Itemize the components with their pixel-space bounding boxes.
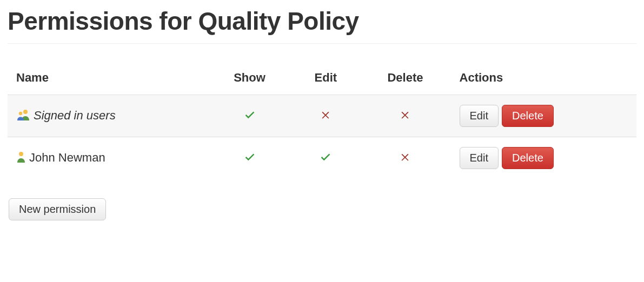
cross-icon xyxy=(400,151,410,162)
col-header-actions: Actions xyxy=(451,63,636,95)
svg-point-1 xyxy=(19,111,22,115)
divider xyxy=(8,43,636,44)
cell-actions: EditDelete xyxy=(451,95,636,137)
cross-icon xyxy=(320,109,331,120)
row-name: John Newman xyxy=(29,151,105,165)
cross-icon xyxy=(400,109,410,120)
permissions-table: Name Show Edit Delete Actions Signed in … xyxy=(8,63,636,179)
new-permission-button[interactable]: New permission xyxy=(9,198,106,220)
cell-actions: EditDelete xyxy=(451,137,636,179)
edit-button[interactable]: Edit xyxy=(460,105,499,127)
cell-edit xyxy=(291,95,360,137)
col-header-show: Show xyxy=(208,63,291,95)
group-icon xyxy=(16,109,30,124)
svg-point-2 xyxy=(19,152,23,156)
delete-button[interactable]: Delete xyxy=(502,105,554,127)
col-header-name: Name xyxy=(8,63,208,95)
page-title: Permissions for Quality Policy xyxy=(8,6,636,36)
svg-point-0 xyxy=(23,110,28,114)
check-icon xyxy=(244,109,256,120)
cell-del xyxy=(360,95,450,137)
cell-show xyxy=(208,95,291,137)
table-row: John NewmanEditDelete xyxy=(8,137,636,179)
table-header-row: Name Show Edit Delete Actions xyxy=(8,63,636,95)
edit-button[interactable]: Edit xyxy=(460,147,499,169)
col-header-delete: Delete xyxy=(360,63,450,95)
row-name: Signed in users xyxy=(34,109,116,123)
col-header-edit: Edit xyxy=(291,63,360,95)
cell-del xyxy=(360,137,450,179)
person-icon xyxy=(16,151,26,166)
delete-button[interactable]: Delete xyxy=(502,147,554,169)
cell-name: John Newman xyxy=(8,137,208,179)
cell-edit xyxy=(291,137,360,179)
cell-name: Signed in users xyxy=(8,95,208,137)
table-row: Signed in usersEditDelete xyxy=(8,95,636,137)
check-icon xyxy=(320,151,331,163)
cell-show xyxy=(208,137,291,179)
check-icon xyxy=(244,151,256,163)
